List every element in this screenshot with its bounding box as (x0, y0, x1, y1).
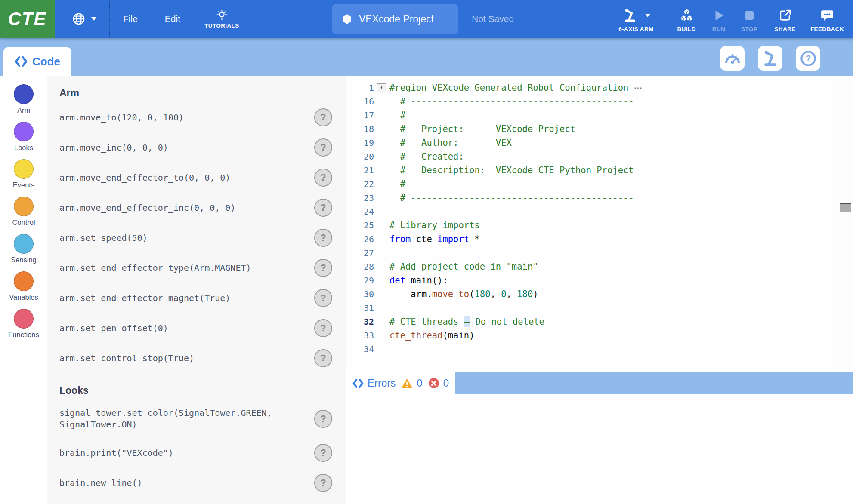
help-button[interactable]: ? (796, 46, 820, 71)
device-label: 6-AXIS ARM (618, 26, 654, 32)
device-selector[interactable]: 6-AXIS ARM (603, 0, 669, 38)
tab-code[interactable]: Code (3, 47, 71, 76)
sidebar-category-variables[interactable]: Variables (0, 271, 47, 309)
command-help-button[interactable]: ? (314, 169, 332, 187)
command-help-button[interactable]: ? (314, 199, 332, 217)
code-text: # --------------------------------------… (389, 191, 634, 205)
code-token: — (464, 316, 470, 327)
line-number: 34 (346, 342, 374, 356)
tab-errors[interactable]: Errors 0 0 (346, 372, 455, 394)
sidebar-category-arm[interactable]: Arm (0, 84, 47, 122)
edit-menu[interactable]: Edit (151, 0, 194, 38)
sidebar-category-events[interactable]: Events (0, 159, 47, 197)
code-token: # Author: VEX (389, 138, 512, 148)
palette-command[interactable]: arm.set_end_effector_magnet(True)? (59, 283, 346, 313)
feedback-button[interactable]: FEEDBACK (805, 0, 853, 38)
editor-line: 27 (346, 246, 853, 260)
palette-command[interactable]: brain.print("VEXcode")? (59, 438, 346, 468)
cte-logo-text: CTE (8, 9, 47, 29)
palette-command[interactable]: arm.set_control_stop(True)? (59, 343, 346, 373)
code-token: ) (533, 289, 538, 299)
fold-toggle-icon[interactable]: + (377, 83, 386, 92)
palette-command-text: arm.move_to(120, 0, 100) (59, 112, 184, 123)
speech-bubble-icon (820, 9, 834, 22)
line-number: 33 (346, 329, 374, 342)
command-help-button[interactable]: ? (314, 410, 332, 428)
palette-command[interactable]: brain.new_line()? (59, 468, 346, 498)
editor-line: 25# Library imports (346, 218, 853, 232)
fold-gutter (374, 260, 389, 274)
editor-line: 17 # (346, 108, 853, 122)
scrollbar-thumb[interactable] (840, 203, 851, 212)
file-menu[interactable]: File (110, 0, 151, 38)
category-color-dot (14, 309, 34, 329)
sidebar-category-control[interactable]: Control (0, 197, 47, 234)
svg-text:?: ? (805, 53, 810, 63)
category-color-dot (14, 84, 34, 104)
code-token: cte_thread (389, 330, 442, 341)
fold-gutter (374, 232, 389, 246)
code-text: # Created: (389, 150, 464, 163)
command-help-button[interactable]: ? (314, 289, 332, 307)
code-editor[interactable]: 1+#region VEXcode Generated Robot Config… (346, 76, 853, 372)
fold-gutter (374, 191, 389, 205)
project-title-box[interactable]: VEXcode Project (332, 4, 458, 34)
command-help-button[interactable]: ? (314, 474, 332, 492)
palette-command[interactable]: signal_tower.set_color(SignalTower.GREEN… (59, 400, 346, 438)
palette-command[interactable]: arm.move_end_effector_inc(0, 0, 0)? (59, 193, 346, 223)
palette-command[interactable]: arm.move_inc(0, 0, 0)? (59, 132, 346, 163)
palette-section-title: Arm (59, 87, 346, 99)
code-text: arm.move_to(180, 0, 180) (389, 287, 538, 301)
category-label: Looks (14, 144, 33, 152)
line-number: 20 (346, 150, 374, 163)
command-help-button[interactable]: ? (314, 259, 332, 277)
editor-scrollbar[interactable] (838, 76, 853, 372)
errors-bar: Errors 0 0 (346, 372, 853, 394)
language-menu[interactable] (55, 0, 109, 38)
build-button[interactable]: BUILD (669, 0, 704, 38)
simulator-button[interactable] (758, 46, 782, 71)
editor-line: 23 # -----------------------------------… (346, 191, 853, 205)
code-text: #region VEXcode Generated Robot Configur… (389, 81, 628, 95)
code-text: from cte import * (389, 232, 480, 246)
code-token: # (389, 110, 405, 120)
palette-command[interactable]: arm.move_to(120, 0, 100)? (59, 102, 346, 132)
share-button[interactable]: SHARE (765, 0, 805, 38)
code-text: # Project: VEXcode Project (389, 122, 575, 136)
robot-arm-icon (622, 8, 638, 23)
folded-region-ellipsis-icon[interactable]: ⋯ (634, 81, 643, 95)
command-help-button[interactable]: ? (314, 349, 332, 367)
code-token: # Add project code in "main" (389, 261, 538, 272)
hexagon-icon (342, 14, 352, 25)
line-number: 21 (346, 163, 374, 177)
palette-command[interactable]: arm.set_end_effector_type(Arm.MAGNET)? (59, 253, 346, 283)
code-text: # CTE threads — Do not delete (389, 315, 544, 329)
command-help-button[interactable]: ? (314, 444, 332, 462)
main-area: ArmLooksEventsControlSensingVariablesFun… (0, 76, 853, 504)
line-number: 27 (346, 246, 374, 260)
code-token: Do not delete (470, 317, 544, 327)
code-chevrons-icon (352, 378, 364, 388)
sidebar-category-functions[interactable]: Functions (0, 309, 47, 346)
palette-command[interactable]: arm.set_pen_offset(0)? (59, 313, 346, 343)
code-token: from (389, 234, 411, 244)
line-number: 22 (346, 177, 374, 191)
code-token: # --------------------------------------… (389, 193, 634, 203)
tutorials-button[interactable]: TUTORIALS (194, 0, 250, 38)
command-help-button[interactable]: ? (314, 229, 332, 247)
palette-command[interactable]: arm.set_speed(50)? (59, 223, 346, 253)
sidebar-category-sensing[interactable]: Sensing (0, 234, 47, 271)
editor-line: 19 # Author: VEX (346, 136, 853, 150)
command-help-button[interactable]: ? (314, 319, 332, 337)
command-help-button[interactable]: ? (314, 138, 332, 157)
stop-button[interactable]: STOP (734, 0, 765, 38)
dashboard-button[interactable] (720, 46, 745, 71)
palette-command[interactable]: arm.move_end_effector_to(0, 0, 0)? (59, 163, 346, 193)
run-button[interactable]: RUN (704, 0, 734, 38)
command-help-button[interactable]: ? (314, 108, 332, 126)
blocks-icon (680, 8, 693, 22)
lightbulb-icon (216, 9, 228, 21)
secondary-bar: Code ? (0, 38, 853, 76)
sidebar-category-looks[interactable]: Looks (0, 122, 47, 159)
line-number: 32 (346, 315, 374, 329)
